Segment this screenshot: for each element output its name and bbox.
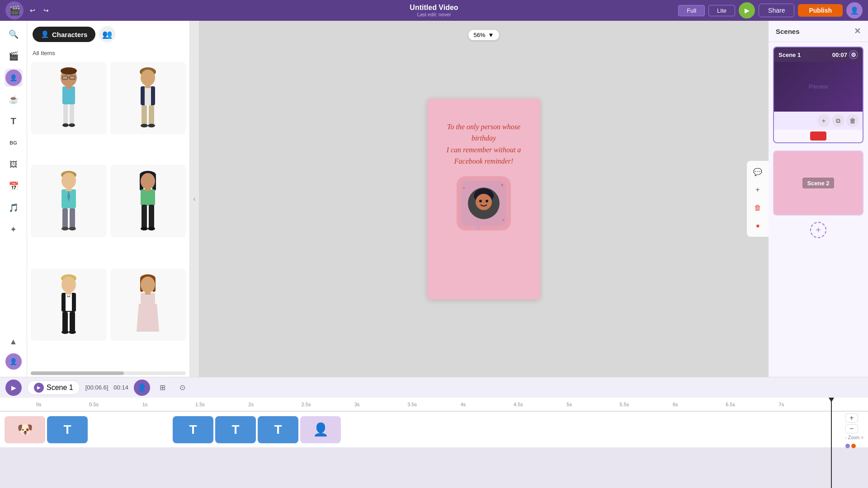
last-edit: Last edit: never	[417, 12, 451, 17]
user-avatar[interactable]: 👤	[846, 2, 863, 19]
scene-1-copy-button[interactable]: ⧉	[832, 114, 844, 127]
characters-grid	[27, 60, 189, 370]
dot-2	[851, 444, 856, 448]
strip-item-text-1[interactable]: T	[47, 416, 88, 443]
character-item-1[interactable]	[31, 62, 107, 134]
svg-point-49	[69, 330, 76, 334]
mark-4: 2s	[248, 402, 301, 407]
timeline-strip: 🐶 T T T T 👤	[0, 411, 868, 447]
svg-rect-8	[70, 104, 74, 125]
svg-rect-14	[145, 86, 151, 105]
card-text: To the only person whose birthday I can …	[434, 121, 533, 167]
scene-1-header: Scene 1 00:07 ⚙	[774, 47, 863, 62]
scenes-header: Scenes ✕	[769, 21, 868, 42]
timeline-camera-icon[interactable]: ⊙	[175, 380, 190, 395]
mark-14: 7s	[779, 402, 832, 407]
scene-2-preview: Scene 2	[774, 151, 863, 215]
app-logo[interactable]: 🎬	[5, 1, 24, 19]
panel-collapse-button[interactable]: ‹	[190, 21, 199, 377]
user-sidebar-avatar[interactable]: 👤	[5, 353, 22, 370]
timeline-ruler: 0s 0.5s 1s 1.5s 2s 2.5s 3s 3.5s 4s 4.5s …	[0, 398, 868, 411]
scene-1-accent	[810, 131, 826, 141]
svg-rect-7	[63, 104, 68, 125]
sticker-icon[interactable]: ✦	[5, 221, 23, 239]
svg-rect-33	[141, 189, 155, 206]
preview-play-button[interactable]: ▶	[739, 2, 755, 19]
svg-point-48	[61, 330, 69, 334]
lite-mode-button[interactable]: Lite	[708, 5, 735, 16]
delete-element-tool[interactable]: 🗑	[750, 201, 765, 215]
zoom-dropdown-icon[interactable]: ▼	[488, 32, 494, 38]
mark-13: 6.5s	[726, 402, 778, 407]
strip-item-text-4[interactable]: T	[258, 416, 298, 443]
zoom-label: - Zoom +	[845, 435, 863, 440]
video-card: To the only person whose birthday I can …	[427, 99, 540, 300]
character-item-3[interactable]	[31, 165, 107, 237]
strip-item-heart[interactable]: 🐶	[5, 416, 45, 443]
mode-controls: Full Lite ▶ Share Publish 👤	[678, 2, 863, 19]
character-item-4[interactable]	[110, 165, 186, 237]
character-bubble[interactable]: ♥ ♥ ♥	[457, 176, 511, 230]
scene-selector[interactable]: ▶ Scene 1	[27, 380, 80, 395]
publish-button[interactable]: Publish	[798, 4, 843, 17]
mark-8: 4s	[461, 402, 514, 407]
svg-rect-16	[142, 105, 147, 125]
character-item-6[interactable]	[110, 268, 186, 341]
svg-point-38	[148, 227, 155, 230]
character-item-5[interactable]	[31, 268, 107, 341]
props-icon[interactable]: ☕	[5, 90, 23, 108]
media-icon[interactable]: 🎬	[5, 47, 23, 65]
calendar-icon[interactable]: 📅	[5, 177, 23, 195]
video-title: Untitled Video	[410, 4, 458, 12]
characters-panel: 👤 Characters 👥 All Items	[27, 21, 190, 377]
scene-1-time: 00:07	[832, 52, 847, 58]
redo-button[interactable]: ↪	[42, 6, 51, 15]
text-icon[interactable]: T	[5, 112, 23, 130]
strip-item-text-3[interactable]: T	[215, 416, 256, 443]
svg-point-28	[69, 227, 76, 230]
timeline-play-button[interactable]: ▶	[5, 380, 22, 396]
timeline-grid-icon[interactable]: ⊞	[156, 380, 170, 395]
add-element-tool[interactable]: +	[750, 183, 765, 197]
add-character-button[interactable]: 👥	[99, 26, 115, 42]
characters-icon[interactable]: 👤	[5, 69, 23, 87]
undo-button[interactable]: ↩	[28, 6, 37, 15]
color-element-tool[interactable]: ■	[750, 219, 765, 233]
mark-11: 5.5s	[620, 402, 673, 407]
strip-item-text-2[interactable]: T	[173, 416, 213, 443]
scene-1-delete-button[interactable]: 🗑	[846, 114, 859, 127]
panel-scrollbar[interactable]	[31, 371, 186, 375]
svg-point-27	[61, 227, 69, 230]
title-area: Untitled Video Last edit: never	[410, 4, 458, 17]
card-text-line2: I can remember without a	[434, 144, 533, 156]
svg-point-21	[61, 173, 76, 189]
add-scene-button[interactable]: +	[810, 222, 826, 238]
zoom-value: 56%	[474, 32, 486, 38]
svg-rect-45	[66, 291, 71, 295]
strip-item-char[interactable]: 👤	[300, 416, 341, 443]
card-text-line1: To the only person whose birthday	[434, 121, 533, 144]
full-mode-button[interactable]: Full	[678, 5, 705, 16]
mark-2: 1s	[142, 402, 195, 407]
scenes-close-button[interactable]: ✕	[854, 26, 861, 36]
scene-card-2[interactable]: Scene 2	[773, 150, 863, 216]
music-icon[interactable]: 🎵	[5, 199, 23, 217]
zoom-out-button[interactable]: −	[845, 424, 858, 433]
share-button[interactable]: Share	[759, 4, 794, 17]
characters-tab[interactable]: 👤 Characters	[33, 27, 95, 42]
scene-card-1[interactable]: Scene 1 00:07 ⚙ Preview + ⧉ 🗑	[773, 47, 863, 143]
timeline-avatar[interactable]: 👤	[134, 380, 150, 396]
card-text-line3: Facebook reminder!	[434, 155, 533, 167]
collapse-icon[interactable]: ▲	[5, 333, 23, 351]
image-icon[interactable]: 🖼	[5, 155, 23, 174]
speech-bubble-tool[interactable]: 💬	[750, 164, 765, 179]
scene-1-add-button[interactable]: +	[817, 114, 830, 127]
scene-1-settings[interactable]: ⚙	[849, 50, 858, 59]
zoom-controls: + − - Zoom +	[845, 413, 863, 416]
search-icon[interactable]: 🔍	[5, 25, 23, 43]
zoom-in-button[interactable]: +	[845, 413, 858, 422]
zoom-control[interactable]: 56% ▼	[468, 30, 500, 40]
bg-icon[interactable]: BG	[5, 134, 23, 152]
character-item-2[interactable]	[110, 62, 186, 134]
svg-point-18	[141, 124, 148, 127]
